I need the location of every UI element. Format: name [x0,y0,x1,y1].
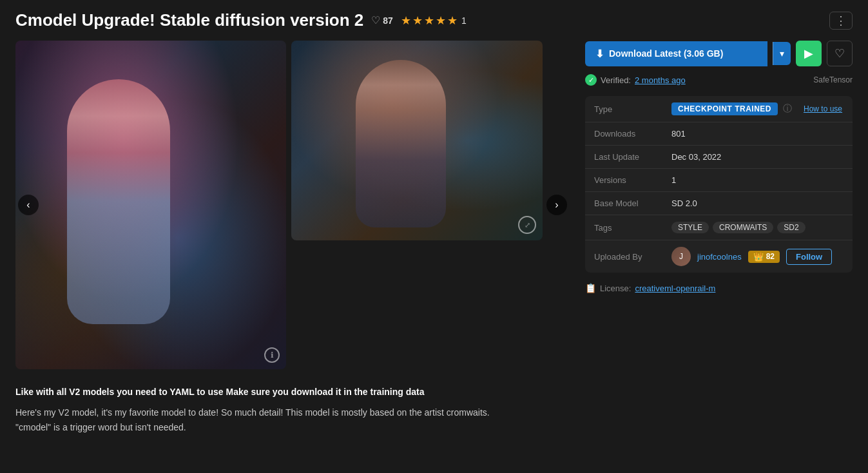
verified-text: Verified: [601,75,631,85]
description-body: Here's my V2 model, it's my favorite mod… [15,405,853,434]
license-row: 📋 License: creativeml-openrail-m [585,283,853,293]
star-2: ★ [412,14,423,28]
image-info-icon[interactable]: ℹ [264,347,280,363]
gallery-container: ‹ ℹ ⤢ › [15,41,570,369]
tag-sd2[interactable]: SD2 [777,222,805,233]
base-model-value: SD 2.0 [662,192,853,215]
verified-icon: ✓ [585,74,597,86]
star-rating: ★ ★ ★ ★ ★ 1 [401,14,467,28]
description-bold-text: Like with all V2 models you need to YAML… [15,387,425,397]
tags-label: Tags [585,215,662,240]
tag-style[interactable]: STYLE [671,222,709,233]
gallery-next-button[interactable]: › [546,195,567,215]
heart-outline-icon: ♡ [834,46,845,61]
type-cell: CHECKPOINT TRAINED ⓘ How to use [671,102,844,115]
heart-icon: ♡ [371,14,380,26]
tags-row: Tags STYLE CROMWAITS SD2 [585,215,853,240]
image-gallery: ‹ ℹ ⤢ › [15,41,570,369]
main-content: ‹ ℹ ⤢ › ⬇ Dow [15,41,853,369]
gallery-images: ℹ ⤢ [15,41,543,369]
license-label: License: [600,284,631,293]
license-link[interactable]: creativeml-openrail-m [635,284,715,293]
info-table: Type CHECKPOINT TRAINED ⓘ How to use Dow… [585,96,853,273]
avatar: J [671,247,691,266]
how-to-link[interactable]: How to use [804,104,842,113]
versions-label: Versions [585,169,662,192]
play-button[interactable]: ▶ [796,41,822,66]
how-to-label: How to use [804,104,842,113]
last-update-value: Dec 03, 2022 [662,146,853,169]
download-icon: ⬇ [595,48,604,60]
verified-row: ✓ Verified: 2 months ago SafeTensor [585,74,853,86]
star-3: ★ [424,14,434,28]
star-4: ★ [436,14,446,28]
versions-row: Versions 1 [585,169,853,192]
uploaded-by-row: Uploaded By J jinofcoolnes 👑 82 Follow [585,240,853,273]
page-header: Cmodel Upgrade! Stable diffusion version… [15,10,853,30]
image-expand-icon[interactable]: ⤢ [518,216,536,234]
description-bold: Like with all V2 models you need to YAML… [15,385,853,399]
uploaded-by-label: Uploaded By [585,240,662,273]
download-section: ⬇ Download Latest (3.06 GB) ▾ ▶ ♡ [585,41,853,66]
download-label: Download Latest (3.06 GB) [609,48,723,59]
play-icon: ▶ [804,46,813,61]
uploader-cell: J jinofcoolnes 👑 82 Follow [671,247,844,266]
base-model-row: Base Model SD 2.0 [585,192,853,215]
gallery-image-1-wrap: ℹ [15,41,286,369]
star-1: ★ [401,14,411,28]
page-title: Cmodel Upgrade! Stable diffusion version… [15,10,363,30]
tag-cromwaits[interactable]: CROMWAITS [713,222,773,233]
description-section: Like with all V2 models you need to YAML… [15,385,853,434]
downloads-label: Downloads [585,122,662,146]
review-count: 1 [461,15,467,26]
gallery-prev-button[interactable]: ‹ [18,195,39,215]
follow-button[interactable]: Follow [786,249,832,265]
gallery-image-2-wrap: ⤢ [291,41,543,240]
last-update-row: Last Update Dec 03, 2022 [585,146,853,169]
license-icon: 📋 [585,283,596,293]
downloads-value: 801 [662,122,853,146]
crown-score: 82 [766,252,775,261]
like-count: 87 [383,15,393,26]
crown-icon: 👑 [753,252,764,262]
username-link[interactable]: jinofcoolnes [697,252,742,262]
tags-cell: STYLE CROMWAITS SD2 [671,222,844,233]
crown-badge: 👑 82 [748,251,780,263]
gallery-image-2[interactable] [291,41,543,240]
header-left: Cmodel Upgrade! Stable diffusion version… [15,10,467,30]
last-update-label: Last Update [585,146,662,169]
type-label: Type [585,96,662,122]
star-5: ★ [447,14,458,28]
versions-value: 1 [662,169,853,192]
gallery-image-1[interactable] [15,41,286,369]
download-button[interactable]: ⬇ Download Latest (3.06 GB) [585,41,767,66]
base-model-label: Base Model [585,192,662,215]
safetensor-label: SafeTensor [813,75,853,84]
download-dropdown-button[interactable]: ▾ [773,42,791,65]
help-icon: ⓘ [783,103,792,115]
downloads-row: Downloads 801 [585,122,853,146]
verified-time-link[interactable]: 2 months ago [635,75,686,85]
info-panel: ⬇ Download Latest (3.06 GB) ▾ ▶ ♡ ✓ Veri… [585,41,853,369]
more-options-button[interactable]: ⋮ [829,12,853,30]
checkpoint-badge: CHECKPOINT TRAINED [671,102,778,115]
verified-badge: ✓ Verified: 2 months ago [585,74,686,86]
like-button[interactable]: ♡ 87 [371,14,393,26]
wishlist-button[interactable]: ♡ [827,41,853,66]
type-row: Type CHECKPOINT TRAINED ⓘ How to use [585,96,853,122]
